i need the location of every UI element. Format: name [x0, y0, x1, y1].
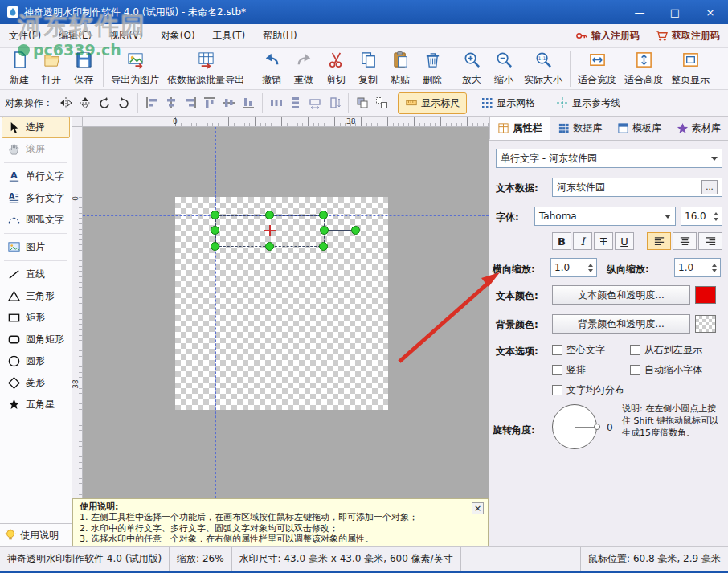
tool-circle[interactable]: 圆形: [2, 350, 70, 372]
show-ruler-toggle[interactable]: 显示标尺: [398, 92, 467, 114]
copy-button[interactable]: 复制: [352, 50, 384, 88]
close-instructions-button[interactable]: ×: [472, 502, 484, 514]
align-right-button[interactable]: [181, 92, 200, 113]
font-size-spinner[interactable]: 16.0: [681, 207, 722, 226]
flip-vertical-button[interactable]: [76, 92, 95, 113]
close-button[interactable]: ×: [693, 0, 728, 24]
underline-button[interactable]: U: [615, 232, 634, 250]
fit-width-button[interactable]: 适合宽度: [574, 50, 620, 88]
tool-rounded-rectangle[interactable]: 圆角矩形: [2, 329, 70, 350]
batch-export-button[interactable]: 依数据源批量导出: [163, 50, 248, 88]
object-selector-dropdown[interactable]: 单行文字 - 河东软件园: [496, 149, 722, 168]
redo-button[interactable]: 重做: [288, 50, 320, 88]
spinner-up-icon[interactable]: [712, 264, 717, 267]
tool-select[interactable]: 选择: [2, 117, 70, 138]
zoom-out-button[interactable]: 缩小: [488, 50, 520, 88]
menu-view[interactable]: 视图(V): [100, 24, 152, 47]
ungroup-button[interactable]: [372, 92, 391, 113]
rotate-right-button[interactable]: [114, 92, 133, 113]
cut-button[interactable]: 剪切: [320, 50, 352, 88]
tool-pan[interactable]: 滚屏: [2, 138, 70, 160]
delete-button[interactable]: 删除: [416, 50, 448, 88]
new-button[interactable]: 新建: [3, 50, 35, 88]
align-horizontal-center-button[interactable]: [162, 92, 181, 113]
checkbox-icon[interactable]: [552, 365, 562, 375]
right-to-left-checkbox[interactable]: 从右到左显示: [630, 343, 702, 357]
font-dropdown[interactable]: Tahoma: [534, 207, 676, 226]
selection-handle-middle-left[interactable]: [211, 226, 219, 235]
selection-handle-bottom-center[interactable]: [265, 242, 274, 251]
tool-star[interactable]: 五角星: [2, 394, 70, 415]
actual-size-button[interactable]: 1:1实际大小: [520, 50, 566, 88]
checkbox-icon[interactable]: [552, 385, 562, 395]
tool-rectangle[interactable]: 矩形: [2, 307, 70, 329]
menu-object[interactable]: 对象(O): [152, 24, 204, 47]
justify-text-checkbox[interactable]: 文字均匀分布: [552, 383, 624, 397]
distribute-vertical-button[interactable]: [286, 92, 305, 113]
open-button[interactable]: 打开: [35, 50, 67, 88]
checkbox-icon[interactable]: [552, 345, 562, 355]
tool-image[interactable]: 图片: [2, 236, 70, 258]
tool-multi-line-text[interactable]: A多行文字: [2, 187, 70, 209]
show-guides-toggle[interactable]: 显示参考线: [549, 92, 628, 114]
save-button[interactable]: 保存: [67, 50, 100, 88]
tool-triangle[interactable]: 三角形: [2, 285, 70, 307]
tab-templates[interactable]: 模板库: [610, 117, 669, 140]
align-left-button[interactable]: [142, 92, 162, 113]
checkbox-icon[interactable]: [630, 345, 640, 355]
whole-page-button[interactable]: 整页显示: [667, 50, 714, 88]
flip-horizontal-button[interactable]: [56, 92, 76, 113]
distribute-horizontal-button[interactable]: [267, 92, 286, 113]
align-text-center-button[interactable]: [673, 232, 697, 250]
background-color-button[interactable]: 背景颜色和透明度...: [552, 314, 690, 334]
canvas-viewport[interactable]: [83, 127, 489, 498]
vertical-text-checkbox[interactable]: 竖排: [552, 363, 586, 377]
menu-help[interactable]: 帮助(H): [254, 24, 305, 47]
spinner-down-icon[interactable]: [588, 269, 593, 272]
rotation-handle[interactable]: [351, 226, 360, 235]
tool-line[interactable]: 直线: [2, 264, 70, 285]
text-color-swatch[interactable]: [695, 286, 716, 304]
italic-button[interactable]: I: [573, 232, 592, 250]
group-button[interactable]: [353, 92, 372, 113]
checkbox-icon[interactable]: [630, 365, 640, 375]
align-top-button[interactable]: [200, 92, 219, 113]
vertical-scale-spinner[interactable]: 1.0: [674, 258, 721, 277]
menu-tools[interactable]: 工具(T): [204, 24, 255, 47]
menu-file[interactable]: 文件(F): [0, 24, 50, 47]
tab-materials[interactable]: 素材库: [669, 117, 728, 140]
maximize-button[interactable]: □: [657, 0, 693, 24]
get-register-code-link[interactable]: 获取注册码: [648, 29, 728, 43]
align-text-left-button[interactable]: [647, 232, 671, 250]
spinner-up-icon[interactable]: [588, 264, 593, 267]
usage-help-button[interactable]: 使用说明: [0, 523, 72, 546]
vertical-guide-line[interactable]: [215, 127, 216, 498]
zoom-in-button[interactable]: 放大: [456, 50, 488, 88]
align-text-right-button[interactable]: [698, 232, 722, 250]
spinner-down-icon[interactable]: [712, 269, 717, 272]
background-color-swatch[interactable]: [695, 315, 716, 333]
selection-handle-bottom-right[interactable]: [319, 242, 328, 251]
selection-handle-top-right[interactable]: [319, 211, 328, 219]
selection-handle-bottom-left[interactable]: [211, 242, 219, 251]
same-width-button[interactable]: [305, 92, 325, 113]
same-height-button[interactable]: [325, 92, 344, 113]
horizontal-scale-spinner[interactable]: 1.0: [550, 258, 597, 277]
spinner-up-icon[interactable]: [714, 212, 718, 215]
paste-button[interactable]: 粘贴: [384, 50, 416, 88]
spinner-down-icon[interactable]: [714, 218, 718, 221]
tab-database[interactable]: 数据库: [550, 117, 610, 140]
rotation-dial-handle[interactable]: [594, 424, 600, 430]
text-data-input[interactable]: 河东软件园 ...: [552, 178, 722, 197]
menu-edit[interactable]: 编辑(E): [50, 24, 100, 47]
tool-arc-text[interactable]: 圆弧文字: [2, 209, 70, 231]
align-bottom-button[interactable]: [239, 92, 258, 113]
tool-single-line-text[interactable]: A单行文字: [2, 166, 70, 187]
selection-handle-top-left[interactable]: [211, 211, 219, 219]
selection-handle-middle-right[interactable]: [320, 226, 329, 235]
fit-height-button[interactable]: 适合高度: [620, 50, 667, 88]
tool-diamond[interactable]: 菱形: [2, 372, 70, 394]
strikethrough-button[interactable]: T: [594, 232, 613, 250]
show-grid-toggle[interactable]: 显示网格: [473, 92, 542, 114]
bold-button[interactable]: B: [552, 232, 571, 250]
